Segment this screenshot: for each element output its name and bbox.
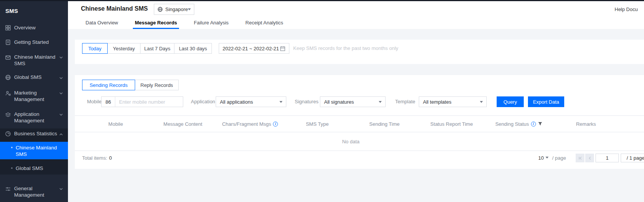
signatures-select-value: All signatures bbox=[324, 99, 354, 105]
sidebar-item-getting-started[interactable]: Getting Started bbox=[0, 38, 68, 46]
calendar-icon bbox=[280, 46, 286, 51]
current-page-input[interactable] bbox=[596, 154, 619, 162]
sidebar-item-general-management[interactable]: General Management bbox=[0, 185, 68, 198]
chevron-down-icon bbox=[59, 112, 63, 117]
window-top-edge bbox=[0, 0, 644, 1]
template-select[interactable]: All templates bbox=[419, 96, 487, 107]
filter-funnel-icon[interactable] bbox=[538, 122, 542, 126]
range-yesterday-button[interactable]: Yesterday bbox=[107, 43, 140, 54]
sidebar-item-chinese-mainland-sms[interactable]: Chinese Mainland SMS bbox=[0, 54, 68, 67]
sidebar-item-label: Overview bbox=[14, 24, 59, 32]
per-page-label: / page bbox=[552, 155, 566, 161]
person-icon bbox=[5, 90, 11, 96]
sidebar-item-label: Getting Started bbox=[14, 38, 59, 46]
range-last-30-days-button[interactable]: Last 30 days bbox=[174, 43, 212, 54]
chevron-down-icon bbox=[59, 187, 63, 191]
chevron-down-icon bbox=[59, 76, 63, 80]
page-size-value: 10 bbox=[538, 155, 544, 161]
sidebar-item-business-statistics[interactable]: Business Statistics bbox=[0, 130, 68, 138]
chevron-down-icon bbox=[59, 55, 63, 60]
column-remarks: Remarks bbox=[552, 121, 620, 127]
mobile-label: Mobile bbox=[87, 96, 102, 107]
tab-sending-records[interactable]: Sending Records bbox=[82, 80, 135, 90]
tab-failure-analysis[interactable]: Failure Analysis bbox=[192, 18, 231, 29]
application-select[interactable]: All applications bbox=[216, 96, 286, 107]
date-filter-card: Today Yesterday Last 7 Days Last 30 days… bbox=[75, 40, 644, 64]
table-header-row: Mobile Message Content Chars/Fragment Ms… bbox=[75, 115, 644, 132]
no-data-text: No data bbox=[82, 132, 620, 151]
mobile-input-group: 86 bbox=[101, 96, 183, 107]
signatures-label: Signatures bbox=[295, 96, 318, 107]
column-sending-time: Sending Time bbox=[351, 121, 418, 127]
sidebar-item-label: General Management bbox=[14, 185, 59, 198]
chevron-down-icon bbox=[546, 157, 549, 160]
region-selector[interactable]: Singapore bbox=[154, 4, 194, 15]
info-icon[interactable]: i bbox=[273, 122, 278, 127]
tab-data-overview[interactable]: Data Overview bbox=[84, 18, 120, 29]
sidebar-item-marketing-management[interactable]: Marketing Management bbox=[0, 90, 68, 103]
sidebar-item-label: Business Statistics bbox=[14, 130, 59, 138]
sidebar-item-label: Marketing Management bbox=[14, 90, 59, 103]
sidebar-item-label: Application Management bbox=[14, 111, 59, 124]
sidebar-item-application-management[interactable]: Application Management bbox=[0, 111, 68, 124]
signatures-select[interactable]: All signatures bbox=[320, 96, 386, 107]
range-last-7-days-button[interactable]: Last 7 Days bbox=[140, 43, 174, 54]
column-status-report-time: Status Report Time bbox=[418, 121, 485, 127]
sidebar-item-label: Chinese Mainland SMS bbox=[14, 54, 59, 67]
column-message-content: Message Content bbox=[149, 121, 216, 127]
sidebar-item-business-global-sms[interactable]: Global SMS bbox=[0, 164, 68, 173]
range-today-button[interactable]: Today bbox=[82, 43, 108, 54]
info-icon[interactable]: i bbox=[531, 122, 536, 127]
template-label: Template bbox=[395, 96, 415, 107]
bullet-dot-icon bbox=[11, 147, 13, 148]
total-items: Total items:0 bbox=[82, 154, 112, 162]
page-count-box: / 1 page bbox=[621, 154, 644, 162]
application-select-value: All applications bbox=[220, 99, 253, 105]
tab-bar: Data Overview Message Records Failure An… bbox=[68, 18, 644, 29]
sidebar-item-business-chinese-mainland-sms[interactable]: Chinese Mainland SMS bbox=[0, 142, 68, 159]
mail-icon bbox=[5, 55, 11, 61]
globe-icon bbox=[5, 74, 11, 80]
topbar: Chinese Mainland SMS Singapore bbox=[68, 0, 644, 18]
tab-receipt-analytics[interactable]: Receipt Analytics bbox=[244, 18, 285, 29]
help-doc-link[interactable]: Help Docu bbox=[615, 6, 638, 12]
total-items-value: 0 bbox=[109, 155, 112, 161]
sliders-icon bbox=[5, 186, 11, 192]
first-page-button[interactable] bbox=[576, 154, 584, 162]
first-page-icon bbox=[578, 156, 583, 160]
sidebar-item-label: Global SMS bbox=[14, 74, 59, 81]
sidebar-item-label: Global SMS bbox=[16, 165, 63, 172]
page-title: Chinese Mainland SMS bbox=[81, 5, 148, 12]
country-code-prefix: 86 bbox=[102, 97, 115, 107]
bullet-dot-icon bbox=[11, 167, 13, 169]
mobile-number-input[interactable] bbox=[115, 97, 183, 107]
page-size-select[interactable]: 10 / page bbox=[538, 154, 566, 162]
layers-icon bbox=[5, 112, 11, 118]
prev-page-button[interactable] bbox=[585, 154, 594, 162]
date-range-segment: Today Yesterday Last 7 Days Last 30 days bbox=[82, 43, 212, 54]
export-data-button[interactable]: Export Data bbox=[528, 96, 564, 107]
records-card: Sending Records Reply Records Mobile 86 … bbox=[75, 75, 644, 169]
sidebar-item-global-sms[interactable]: Global SMS bbox=[0, 74, 68, 81]
tab-reply-records[interactable]: Reply Records bbox=[135, 80, 179, 90]
query-button[interactable]: Query bbox=[497, 96, 524, 107]
chevron-down-icon bbox=[279, 101, 282, 104]
chevron-down-icon bbox=[379, 101, 382, 104]
chevron-down-icon bbox=[188, 8, 191, 12]
date-range-input[interactable]: 2022-02-21 ~ 2022-02-21 bbox=[219, 43, 289, 54]
chevron-up-icon bbox=[59, 132, 63, 137]
chevron-down-icon bbox=[59, 91, 63, 96]
column-sending-status: Sending Status i bbox=[485, 121, 552, 127]
sidebar: SMS Overview Getting Started Chinese Mai… bbox=[0, 0, 68, 202]
tab-message-records[interactable]: Message Records bbox=[133, 18, 179, 29]
column-sms-type: SMS Type bbox=[284, 121, 351, 127]
column-mobile: Mobile bbox=[82, 121, 149, 127]
column-chars-fragment-msgs: Chars/Fragment Msgs i bbox=[216, 121, 284, 127]
prev-page-icon bbox=[588, 156, 592, 160]
table-empty-row: No data bbox=[75, 132, 644, 151]
region-globe-icon bbox=[157, 6, 163, 12]
template-select-value: All templates bbox=[423, 99, 451, 105]
pie-chart-icon bbox=[5, 131, 11, 137]
sidebar-item-label: Chinese Mainland SMS bbox=[16, 144, 63, 157]
sidebar-item-overview[interactable]: Overview bbox=[0, 24, 68, 32]
